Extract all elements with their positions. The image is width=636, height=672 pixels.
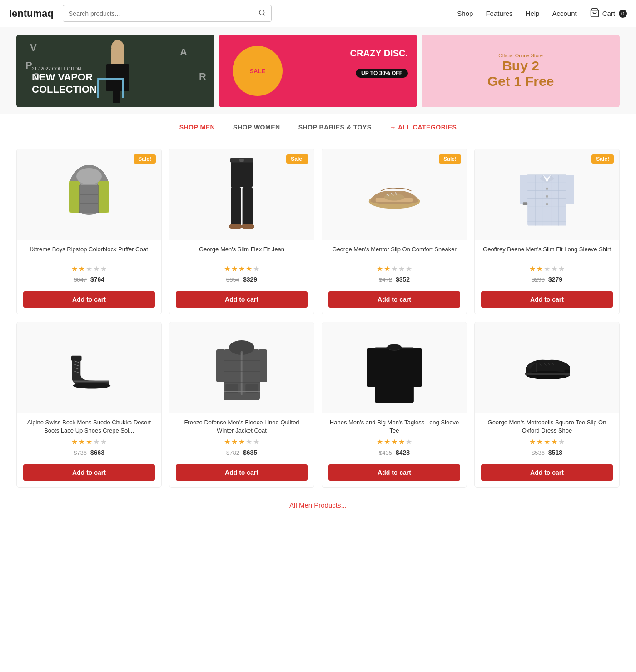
product-info: George Men's Metropolis Square Toe Slip … — [475, 413, 619, 462]
svg-rect-40 — [565, 175, 574, 204]
product-rating: ★★★★★ — [481, 438, 613, 446]
price-row: $536 $518 — [481, 449, 613, 456]
price-sale: $329 — [243, 276, 257, 283]
price-original: $536 — [532, 449, 545, 456]
tab-all-categories[interactable]: → ALL CATEGORIES — [390, 124, 457, 134]
product-grid: Sale! iXtreme Boys Ripstop Colorblock Pu… — [0, 139, 636, 497]
star-filled: ★ — [86, 438, 92, 446]
star-filled: ★ — [238, 264, 245, 273]
sale-badge: Sale! — [591, 154, 614, 164]
product-card-p3: Sale! George Men's Mentor Slip On Comfor… — [322, 149, 467, 314]
add-to-cart-button[interactable]: Add to cart — [481, 464, 613, 481]
price-row: $847 $764 — [23, 276, 155, 283]
product-rating: ★★★★★ — [328, 264, 460, 273]
svg-point-42 — [546, 195, 548, 198]
price-original: $293 — [532, 276, 545, 283]
nav-features[interactable]: Features — [486, 10, 512, 17]
all-men-products-link[interactable]: All Men Products... — [289, 501, 347, 509]
banner-buy2-content: Official Online Store Buy 2 Get 1 Free — [487, 53, 554, 89]
search-input[interactable] — [63, 6, 253, 21]
banner-sale[interactable]: SALE CRAZY DISC. UP TO 30% OFF — [219, 35, 417, 107]
add-to-cart-button[interactable]: Add to cart — [481, 291, 613, 308]
category-tabs: SHOP MEN SHOP WOMEN SHOP BABIES & TOYS →… — [0, 114, 636, 139]
sale-badge: Sale! — [439, 154, 461, 164]
star-filled: ★ — [537, 264, 543, 273]
product-info: George Men's Mentor Slip On Comfort Snea… — [322, 240, 467, 289]
product-name: Geoffrey Beene Men's Slim Fit Long Sleev… — [481, 245, 613, 262]
star-filled: ★ — [79, 264, 85, 273]
product-card-p1: Sale! iXtreme Boys Ripstop Colorblock Pu… — [16, 149, 162, 314]
price-original: $736 — [74, 449, 87, 456]
star-empty: ★ — [391, 264, 398, 273]
product-name: Freeze Defense Men's Fleece Lined Quilte… — [176, 418, 308, 435]
star-empty: ★ — [246, 438, 252, 446]
nav-shop[interactable]: Shop — [457, 10, 473, 17]
product-image-wrap — [475, 322, 619, 413]
product-rating: ★★★★★ — [23, 438, 155, 446]
logo: lentumaq — [9, 8, 54, 20]
svg-point-0 — [259, 10, 264, 15]
svg-rect-55 — [523, 202, 527, 205]
svg-rect-10 — [122, 80, 124, 98]
search-button[interactable] — [253, 5, 271, 21]
star-filled: ★ — [377, 438, 383, 446]
star-empty: ★ — [406, 264, 412, 273]
svg-rect-24 — [243, 187, 253, 227]
star-empty: ★ — [558, 438, 565, 446]
product-info: Freeze Defense Men's Fleece Lined Quilte… — [169, 413, 314, 462]
search-icon — [258, 9, 266, 16]
star-filled: ★ — [79, 438, 85, 446]
star-filled: ★ — [398, 438, 405, 446]
svg-rect-23 — [231, 187, 241, 227]
star-empty: ★ — [253, 438, 259, 446]
product-card-p8: George Men's Metropolis Square Toe Slip … — [474, 322, 620, 488]
search-bar — [63, 5, 272, 22]
cart-count: 0 — [619, 10, 627, 18]
banner-sale-circle: SALE — [233, 46, 283, 96]
star-filled: ★ — [384, 264, 390, 273]
banner-buy2[interactable]: Official Online Store Buy 2 Get 1 Free — [422, 35, 620, 107]
product-info: Hanes Men's and Big Men's Tagless Long S… — [322, 413, 467, 462]
add-to-cart-button[interactable]: Add to cart — [176, 291, 308, 308]
cart-icon — [590, 8, 600, 19]
price-original: $472 — [379, 276, 392, 283]
star-filled: ★ — [384, 438, 390, 446]
svg-point-61 — [73, 383, 111, 389]
star-empty: ★ — [253, 264, 259, 273]
product-name: Alpine Swiss Beck Mens Suede Chukka Dese… — [23, 418, 155, 435]
tab-men[interactable]: SHOP MEN — [179, 124, 215, 134]
price-row: $782 $635 — [176, 449, 308, 456]
svg-rect-13 — [69, 181, 80, 213]
svg-rect-6 — [115, 91, 120, 103]
product-rating: ★★★★★ — [176, 438, 308, 446]
banner-fashion[interactable]: 21 / 2022 COLLECTION NEW VAPOR COLLECTIO… — [16, 35, 214, 107]
price-sale: $764 — [90, 276, 104, 283]
product-rating: ★★★★★ — [481, 264, 613, 273]
add-to-cart-button[interactable]: Add to cart — [328, 464, 460, 481]
nav-help[interactable]: Help — [526, 10, 540, 17]
product-rating: ★★★★★ — [23, 264, 155, 273]
add-to-cart-button[interactable]: Add to cart — [23, 464, 155, 481]
sale-badge: Sale! — [286, 154, 308, 164]
tab-babies[interactable]: SHOP BABIES & TOYS — [298, 124, 372, 134]
tab-women[interactable]: SHOP WOMEN — [233, 124, 280, 134]
svg-rect-79 — [367, 348, 377, 387]
add-to-cart-button[interactable]: Add to cart — [328, 291, 460, 308]
product-info: Geoffrey Beene Men's Slim Fit Long Sleev… — [475, 240, 619, 289]
svg-rect-62 — [73, 381, 109, 383]
svg-point-25 — [229, 224, 242, 229]
svg-rect-65 — [216, 349, 225, 382]
price-row: $435 $428 — [328, 449, 460, 456]
price-sale: $279 — [548, 276, 562, 283]
star-filled: ★ — [377, 264, 383, 273]
svg-rect-73 — [225, 384, 238, 393]
star-empty: ★ — [406, 438, 412, 446]
cart-button[interactable]: Cart 0 — [590, 8, 627, 19]
price-sale: $663 — [90, 449, 104, 456]
add-to-cart-button[interactable]: Add to cart — [23, 291, 155, 308]
add-to-cart-button[interactable]: Add to cart — [176, 464, 308, 481]
star-filled: ★ — [231, 438, 238, 446]
star-filled: ★ — [224, 264, 230, 273]
nav-account[interactable]: Account — [552, 10, 576, 17]
price-original: $782 — [226, 449, 239, 456]
